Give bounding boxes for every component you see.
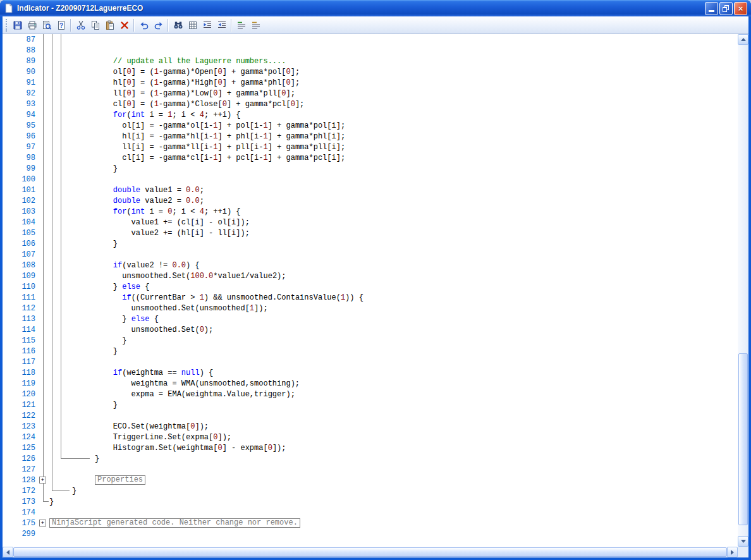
- code-line[interactable]: 103 for(int i = 0; i < 4; ++i) {: [3, 206, 738, 217]
- outdent-button[interactable]: [214, 18, 229, 32]
- undo-button[interactable]: [137, 18, 151, 32]
- code-line[interactable]: 105 value2 += (hl[i] - ll[i]);: [3, 228, 738, 238]
- line-number: 103: [3, 207, 38, 216]
- code-line[interactable]: 175+NinjaScript generated code. Neither …: [3, 518, 738, 528]
- scroll-up-button[interactable]: [738, 34, 748, 45]
- code-line[interactable]: 95 ol[i] = -gamma*ol[i-1] + pol[i-1] + g…: [3, 120, 738, 131]
- code-line[interactable]: 91 hl[0] = (1-gamma)*High[0] + gamma*phl…: [3, 77, 738, 88]
- scroll-down-button[interactable]: [738, 536, 748, 547]
- horizontal-scroll-thumb[interactable]: [13, 547, 727, 557]
- title-bar[interactable]: Indicator - Z20090712LaguerreECO ×: [0, 0, 751, 16]
- code-line[interactable]: 299: [3, 528, 738, 539]
- code-line[interactable]: 97 ll[i] = -gamma*ll[i-1] + pll[i-1] + g…: [3, 142, 738, 152]
- app-icon[interactable]: [4, 3, 14, 13]
- fold-margin: [38, 356, 49, 367]
- code-line[interactable]: 88: [3, 45, 738, 56]
- code-line[interactable]: 115 }: [3, 335, 738, 346]
- collapsed-region[interactable]: Properties: [95, 475, 145, 485]
- code-line[interactable]: 107: [3, 249, 738, 260]
- indent-button[interactable]: [200, 18, 214, 32]
- print-preview-button[interactable]: [39, 18, 54, 32]
- code-line[interactable]: 121 }: [3, 399, 738, 410]
- code-line[interactable]: 128+ Properties: [3, 475, 738, 485]
- paste-button[interactable]: [102, 18, 117, 32]
- horizontal-scrollbar[interactable]: [3, 547, 738, 557]
- code-line[interactable]: 116 }: [3, 346, 738, 356]
- code-line[interactable]: 108 if(value2 != 0.0) {: [3, 260, 738, 271]
- code-line[interactable]: 109 unsmoothed.Set(100.0*value1/value2);: [3, 271, 738, 281]
- fold-margin: [38, 346, 49, 356]
- undo-icon: [139, 20, 149, 30]
- uncomment-button[interactable]: [248, 18, 263, 32]
- save-button[interactable]: [10, 18, 25, 32]
- code-line[interactable]: 94 for(int i = 1; i < 4; ++i) {: [3, 109, 738, 120]
- code-line[interactable]: 99 }: [3, 163, 738, 174]
- code-line[interactable]: 125 Histogram.Set(weightma[0] - expma[0]…: [3, 442, 738, 453]
- code-line[interactable]: 113 } else {: [3, 313, 738, 324]
- code-line[interactable]: 123 ECO.Set(weightma[0]);: [3, 421, 738, 432]
- code-line[interactable]: 112 unsmoothed.Set(unsmoothed[1]);: [3, 303, 738, 313]
- code-line[interactable]: 127: [3, 464, 738, 475]
- code-text: value2 += (hl[i] - ll[i]);: [49, 229, 250, 238]
- code-line[interactable]: 102 double value2 = 0.0;: [3, 195, 738, 206]
- code-line[interactable]: 118 if(weightma == null) {: [3, 367, 738, 378]
- line-number: 90: [3, 68, 38, 76]
- find-button[interactable]: [171, 18, 185, 32]
- code-line[interactable]: 111 if((CurrentBar > 1) && unsmoothed.Co…: [3, 292, 738, 303]
- line-number: 94: [3, 111, 38, 119]
- code-line[interactable]: 90 ol[0] = (1-gamma)*Open[0] + gamma*pol…: [3, 66, 738, 77]
- line-number: 105: [3, 229, 38, 238]
- vertical-scrollbar[interactable]: [738, 34, 748, 547]
- vertical-scroll-thumb[interactable]: [738, 353, 748, 525]
- code-line[interactable]: 126 }: [3, 453, 738, 464]
- svg-text:?: ?: [59, 21, 63, 28]
- code-line[interactable]: 98 cl[i] = -gamma*cl[i-1] + pcl[i-1] + g…: [3, 152, 738, 163]
- code-text: for(int i = 0; i < 4; ++i) {: [49, 207, 241, 216]
- comment-button[interactable]: [234, 18, 248, 32]
- toolbar-grip[interactable]: [6, 19, 7, 32]
- copy-button[interactable]: [88, 18, 102, 32]
- replace-button[interactable]: [185, 18, 200, 32]
- code-line[interactable]: 119 weightma = WMA(unsmoothed,smoothing)…: [3, 378, 738, 389]
- collapsed-region[interactable]: NinjaScript generated code. Neither chan…: [49, 518, 300, 528]
- code-viewport[interactable]: 878889 // update all the Laguerre number…: [3, 34, 738, 547]
- code-line[interactable]: 122: [3, 410, 738, 421]
- code-line[interactable]: 106 }: [3, 238, 738, 249]
- code-line[interactable]: 93 cl[0] = (1-gamma)*Close[0] + gamma*pc…: [3, 99, 738, 109]
- line-number: 89: [3, 57, 38, 66]
- close-button[interactable]: ×: [734, 2, 747, 15]
- code-line[interactable]: 87: [3, 34, 738, 45]
- minimize-button[interactable]: [705, 2, 718, 15]
- code-line[interactable]: 89 // update all the Laguerre numbers...…: [3, 56, 738, 66]
- fold-margin: [38, 367, 49, 378]
- code-line[interactable]: 124 TriggerLine.Set(expma[0]);: [3, 432, 738, 442]
- code-line[interactable]: 100: [3, 174, 738, 185]
- fold-margin: [38, 238, 49, 249]
- code-line[interactable]: 101 double value1 = 0.0;: [3, 185, 738, 195]
- fold-expand-button[interactable]: +: [39, 520, 46, 527]
- scroll-right-button[interactable]: [727, 547, 738, 557]
- code-line[interactable]: 117: [3, 356, 738, 367]
- code-line[interactable]: 172 }: [3, 485, 738, 496]
- fold-margin: [38, 142, 49, 152]
- code-line[interactable]: 92 ll[0] = (1-gamma)*Low[0] + gamma*pll[…: [3, 88, 738, 99]
- code-line[interactable]: 104 value1 += (cl[i] - ol[i]);: [3, 217, 738, 228]
- code-line[interactable]: 174: [3, 507, 738, 518]
- code-text: }: [49, 240, 118, 248]
- code-line[interactable]: 120 expma = EMA(weightma.Value,trigger);: [3, 389, 738, 399]
- code-line[interactable]: 110 } else {: [3, 281, 738, 292]
- print-button[interactable]: [25, 18, 39, 32]
- help-button[interactable]: ?: [54, 18, 68, 32]
- redo-button[interactable]: [151, 18, 166, 32]
- code-line[interactable]: 114 unsmoothed.Set(0);: [3, 324, 738, 335]
- code-editor: 878889 // update all the Laguerre number…: [3, 34, 748, 557]
- line-number: 112: [3, 304, 38, 313]
- scroll-left-button[interactable]: [3, 547, 13, 557]
- code-line[interactable]: 96 hl[i] = -gamma*hl[i-1] + phl[i-1] + g…: [3, 131, 738, 142]
- code-line[interactable]: 173}: [3, 496, 738, 507]
- code-text: TriggerLine.Set(expma[0]);: [49, 433, 231, 442]
- fold-expand-button[interactable]: +: [39, 477, 46, 484]
- restore-button[interactable]: [719, 2, 733, 15]
- delete-button[interactable]: [117, 18, 131, 32]
- cut-button[interactable]: [73, 18, 88, 32]
